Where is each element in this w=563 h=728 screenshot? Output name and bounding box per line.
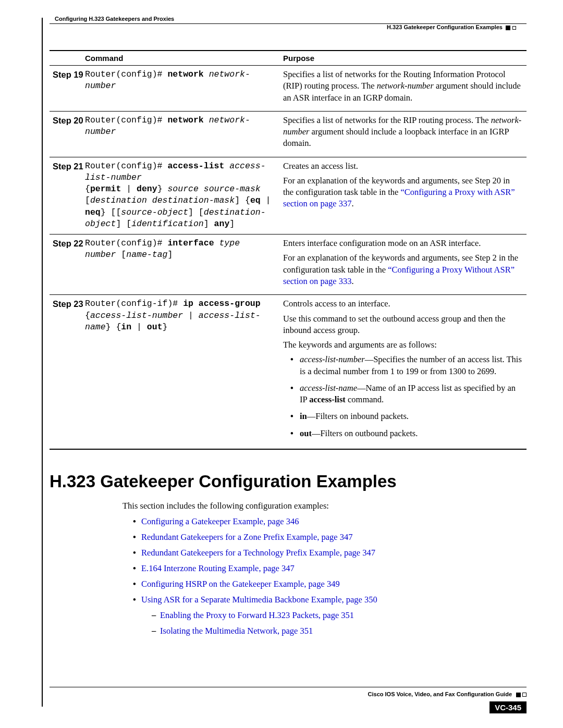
step-label: Step 20 xyxy=(50,111,82,157)
purpose-cell: Controls access to an interface.Use this… xyxy=(280,295,527,449)
intro-text: This section includes the following conf… xyxy=(123,501,527,511)
example-link[interactable]: Using ASR for a Separate Multimedia Back… xyxy=(133,595,527,636)
command-cell: Router(config)# network network-number xyxy=(82,66,280,112)
command-cell: Router(config)# interface type number [n… xyxy=(82,235,280,295)
purpose-cell: Creates an access list.For an explanatio… xyxy=(280,157,527,235)
table-row: Step 21Router(config)# access-list acces… xyxy=(50,157,527,235)
step-label: Step 23 xyxy=(50,295,82,449)
table-row: Step 20Router(config)# network network-n… xyxy=(50,111,527,157)
table-row: Step 23Router(config-if)# ip access-grou… xyxy=(50,295,527,449)
example-link[interactable]: Redundant Gatekeepers for a Technology P… xyxy=(133,548,527,558)
example-link[interactable]: Redundant Gatekeepers for a Zone Prefix … xyxy=(133,532,527,542)
section-heading: H.323 Gatekeeper Configuration Examples xyxy=(50,472,527,491)
page-footer: Cisco IOS Voice, Video, and Fax Configur… xyxy=(50,687,527,713)
example-link[interactable]: E.164 Interzone Routing Example, page 34… xyxy=(133,563,527,574)
left-margin-bar xyxy=(42,18,43,707)
chapter-title: Configuring H.323 Gatekeepers and Proxie… xyxy=(55,16,527,22)
step-label: Step 22 xyxy=(50,235,82,295)
command-cell: Router(config)# access-list access-list-… xyxy=(82,157,280,235)
command-cell: Router(config-if)# ip access-group{acces… xyxy=(82,295,280,449)
purpose-cell: Specifies a list of networks for the Rou… xyxy=(280,66,527,112)
col-step xyxy=(50,51,82,66)
footer-square-open xyxy=(522,693,527,697)
section-breadcrumb: H.323 Gatekeeper Configuration Examples xyxy=(50,24,516,30)
command-table: Command Purpose Step 19Router(config)# n… xyxy=(50,50,527,450)
section-body: This section includes the following conf… xyxy=(123,501,527,636)
table-row: Step 19Router(config)# network network-n… xyxy=(50,66,527,112)
example-sublink[interactable]: Isolating the Multimedia Network, page 3… xyxy=(152,626,527,636)
purpose-cell: Enters interface configuration mode on a… xyxy=(280,235,527,295)
marker-square-solid xyxy=(506,26,510,30)
col-purpose: Purpose xyxy=(280,51,527,66)
purpose-cell: Specifies a list of networks for the RIP… xyxy=(280,111,527,157)
table-row: Step 22Router(config)# interface type nu… xyxy=(50,235,527,295)
footer-square-solid xyxy=(516,693,521,697)
example-sublink[interactable]: Enabling the Proxy to Forward H.323 Pack… xyxy=(152,610,527,621)
marker-square-open xyxy=(512,26,516,30)
command-cell: Router(config)# network network-number xyxy=(82,111,280,157)
step-label: Step 21 xyxy=(50,157,82,235)
step-label: Step 19 xyxy=(50,66,82,112)
footer-guide-title: Cisco IOS Voice, Video, and Fax Configur… xyxy=(50,691,516,697)
example-link[interactable]: Configuring HSRP on the Gatekeeper Examp… xyxy=(133,579,527,589)
col-command: Command xyxy=(82,51,280,66)
example-link[interactable]: Configuring a Gatekeeper Example, page 3… xyxy=(133,516,527,527)
page-number: VC-345 xyxy=(489,701,527,713)
examples-list: Configuring a Gatekeeper Example, page 3… xyxy=(123,516,527,636)
